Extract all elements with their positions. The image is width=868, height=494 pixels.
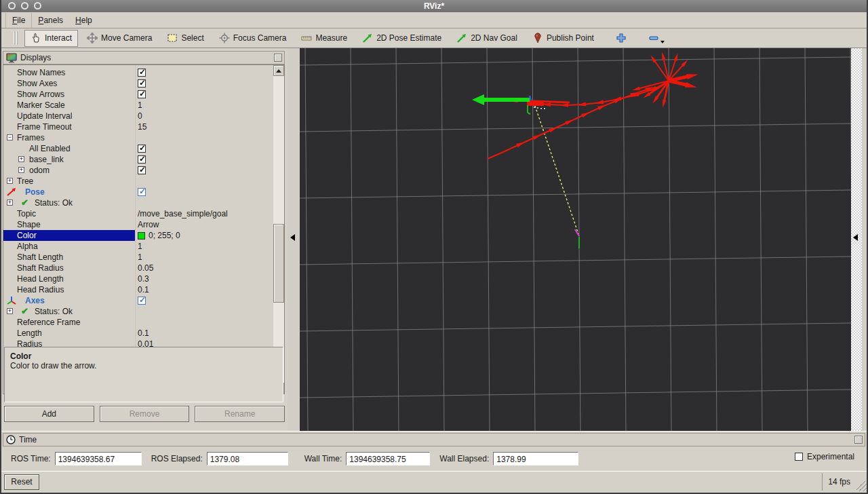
tree-row-reference-frame[interactable]: Reference Frame (3, 317, 271, 328)
tool-move-camera[interactable]: Move Camera (81, 30, 158, 47)
ros-elapsed-input[interactable]: 1379.08 (207, 452, 288, 466)
color-swatch[interactable] (138, 232, 145, 240)
tree-row-shaft-length[interactable]: Shaft Length1 (3, 252, 271, 263)
tree-row-odom[interactable]: +odom✓ (3, 165, 271, 176)
property-checkbox[interactable]: ✓ (138, 79, 146, 88)
property-checkbox[interactable]: ✓ (138, 145, 146, 153)
scrollbar-thumb[interactable] (273, 224, 284, 303)
property-label: Pose (25, 187, 45, 197)
tree-row-base-link[interactable]: +base_link✓ (3, 154, 271, 165)
tree-row-show-arrows[interactable]: Show Arrows✓ (3, 89, 271, 100)
tree-row-update-interval[interactable]: Update Interval0 (3, 111, 271, 121)
property-checkbox[interactable]: ✓ (138, 297, 146, 305)
add-button[interactable]: Add (4, 406, 94, 422)
displays-panel-header[interactable]: Displays (3, 51, 285, 64)
left-splitter[interactable] (288, 48, 300, 431)
property-value[interactable]: /move_base_simple/goal (138, 209, 228, 218)
tree-row-all-enabled[interactable]: All Enabled✓ (3, 143, 271, 154)
tree-row-topic[interactable]: Topic/move_base_simple/goal (3, 208, 271, 219)
tree-row-axes[interactable]: Axes✓ (3, 295, 271, 306)
panel-float-button[interactable] (854, 436, 863, 444)
property-label: Marker Scale (17, 100, 65, 110)
title-bar[interactable]: RViz* (0, 0, 868, 12)
tree-row-length[interactable]: Length0.1 (3, 328, 271, 339)
tree-row-shaft-radius[interactable]: Shaft Radius0.05 (3, 263, 271, 273)
tool-measure[interactable]: Measure (295, 30, 353, 47)
panel-float-button[interactable] (274, 54, 282, 62)
tool-2d-nav-goal[interactable]: 2D Nav Goal (450, 30, 524, 47)
tree-row-head-radius[interactable]: Head Radius0.1 (3, 284, 271, 295)
tree-row-tree[interactable]: +Tree (3, 176, 271, 187)
tree-row-show-names[interactable]: Show Names✓ (3, 67, 271, 78)
property-value[interactable]: 0.1 (138, 328, 149, 338)
right-splitter[interactable] (851, 48, 862, 431)
ros-time-input[interactable]: 1394639358.67 (55, 452, 142, 466)
tool-interact[interactable]: Interact (24, 30, 78, 47)
resize-grip[interactable] (856, 481, 867, 491)
property-value[interactable]: 0.05 (138, 263, 153, 273)
property-label: Color (3, 230, 135, 241)
property-label: Status: Ok (35, 198, 73, 208)
tool-select[interactable]: Select (161, 30, 210, 47)
scroll-up-button[interactable] (273, 65, 284, 76)
expand-icon[interactable]: + (7, 308, 13, 314)
experimental-checkbox[interactable] (795, 453, 803, 461)
tree-row-frame-timeout[interactable]: Frame Timeout15 (3, 121, 271, 132)
property-checkbox[interactable]: ✓ (138, 188, 146, 196)
window-button-3-icon[interactable] (34, 2, 41, 10)
tree-row-frames[interactable]: −Frames (3, 132, 271, 143)
tree-row-status-ok[interactable]: +✔Status: Ok (3, 197, 271, 208)
wall-time-input[interactable]: 1394639358.75 (346, 452, 430, 466)
tool-focus-camera[interactable]: Focus Camera (213, 30, 293, 47)
help-text: Color to draw the arrow. (10, 361, 277, 370)
property-checkbox[interactable]: ✓ (138, 166, 146, 174)
property-checkbox[interactable]: ✓ (138, 155, 146, 164)
expand-icon[interactable]: + (7, 200, 13, 206)
remove-tool-button[interactable] (642, 30, 673, 47)
tree-row-alpha[interactable]: Alpha1 (3, 241, 271, 252)
wall-time-label: Wall Time: (304, 454, 342, 463)
property-checkbox[interactable]: ✓ (138, 69, 146, 77)
menu-panels[interactable]: Panels (32, 13, 69, 28)
fps-indicator: 14 fps (822, 473, 856, 491)
collapse-icon[interactable]: − (7, 134, 13, 140)
reset-button[interactable]: Reset (4, 474, 39, 490)
tree-row-status-ok[interactable]: +✔Status: Ok (3, 306, 271, 317)
property-value[interactable]: 0; 255; 0 (149, 231, 180, 240)
property-value[interactable]: 1 (138, 242, 142, 251)
wall-elapsed-input[interactable]: 1378.99 (493, 452, 578, 466)
tree-row-shape[interactable]: ShapeArrow (3, 219, 271, 230)
expand-icon[interactable]: + (18, 156, 24, 162)
tree-row-show-axes[interactable]: Show Axes✓ (3, 78, 271, 89)
select-box-icon (167, 33, 178, 43)
tree-scrollbar[interactable] (273, 65, 284, 394)
rename-button[interactable]: Rename (195, 406, 285, 422)
property-value[interactable]: 1 (138, 252, 142, 262)
property-value[interactable]: 0.3 (138, 274, 149, 284)
3d-viewport[interactable] (300, 48, 851, 431)
tree-row-color[interactable]: Color0; 255; 0 (3, 230, 271, 241)
menu-help[interactable]: Help (69, 13, 98, 28)
property-value[interactable]: 0 (138, 111, 142, 121)
tool-2d-pose-estimate[interactable]: 2D Pose Estimate (356, 30, 448, 47)
property-checkbox[interactable]: ✓ (138, 90, 146, 98)
add-tool-button[interactable] (610, 30, 633, 47)
property-value[interactable]: 1 (138, 100, 142, 110)
menu-file[interactable]: File (5, 13, 32, 28)
tree-row-marker-scale[interactable]: Marker Scale1 (3, 100, 271, 111)
tree-row-head-length[interactable]: Head Length0.3 (3, 273, 271, 284)
time-panel-header[interactable]: Time (3, 433, 865, 446)
window-button-1-icon[interactable] (8, 2, 16, 10)
expand-icon[interactable]: + (18, 167, 24, 173)
remove-button[interactable]: Remove (100, 406, 190, 422)
expand-icon[interactable]: + (7, 178, 13, 184)
property-value[interactable]: Arrow (138, 220, 159, 229)
property-label: Status: Ok (35, 307, 73, 316)
window-button-2-icon[interactable] (21, 2, 28, 10)
tree-row-pose[interactable]: Pose✓ (3, 187, 271, 197)
property-value[interactable]: 15 (138, 122, 146, 132)
toolbar-grip[interactable] (14, 31, 18, 45)
tool-publish-point[interactable]: Publish Point (526, 30, 600, 47)
property-value[interactable]: 0.1 (138, 285, 149, 294)
hand-icon (31, 33, 41, 43)
